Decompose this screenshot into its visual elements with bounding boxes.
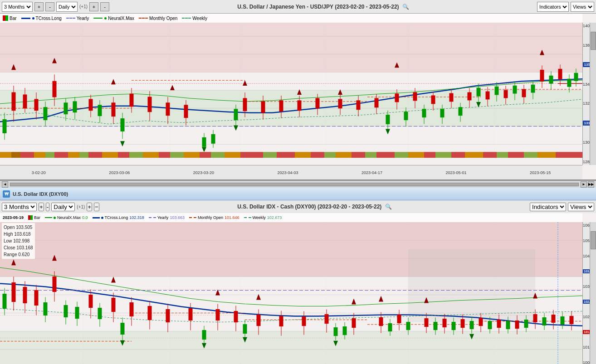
svg-rect-52 <box>375 98 378 107</box>
chart2-header-title: U.S. Dollar IDX (DXY00) <box>13 191 68 197</box>
svg-rect-40 <box>261 102 265 113</box>
chart1-period-minus[interactable]: - <box>45 2 54 11</box>
chart2-views-select[interactable]: Views <box>568 203 594 211</box>
scroll-right2-btn[interactable]: ▶▶ <box>588 181 594 188</box>
svg-rect-167 <box>508 152 524 158</box>
yearly-label: Yearly <box>77 16 89 21</box>
date-0220: 3-02-20 <box>32 170 46 175</box>
chart2-date-label: 2023-05-19 <box>3 215 24 220</box>
chart1-period-select[interactable]: 3 Months <box>2 2 33 12</box>
neuralx2-value: 0.0 <box>82 215 88 220</box>
range-label: Range <box>4 252 17 257</box>
chart1-indicators-select[interactable]: Indicators <box>537 2 569 12</box>
chart1-zoom-minus[interactable]: - <box>100 2 109 11</box>
svg-rect-164 <box>465 152 483 158</box>
svg-rect-142 <box>143 152 159 158</box>
svg-rect-145 <box>184 152 200 158</box>
svg-rect-92 <box>386 115 390 124</box>
svg-rect-148 <box>225 152 240 158</box>
svg-rect-206 <box>89 295 93 307</box>
svg-marker-299 <box>379 296 383 301</box>
chart1-svg <box>0 23 582 165</box>
tcross2-label: TCross.Long <box>105 215 128 220</box>
chart2-indicators-select[interactable]: Indicators <box>530 203 566 211</box>
chart1-zoom-plus[interactable]: + <box>89 2 98 11</box>
scroll-thumb-1[interactable] <box>10 183 579 186</box>
svg-rect-276 <box>406 322 410 330</box>
legend-neuralx: NeuralX.Max <box>93 16 134 21</box>
svg-rect-18 <box>12 92 15 111</box>
svg-rect-157 <box>365 152 376 158</box>
legend2-tcross: TCross.Long 102.318 <box>93 215 144 220</box>
svg-rect-226 <box>302 317 306 326</box>
legend-weekly: Weekly <box>182 16 207 21</box>
svg-rect-96 <box>422 109 426 117</box>
chart2-scroll-thumb[interactable] <box>591 231 596 249</box>
open-value: 103.505 <box>16 225 32 230</box>
svg-rect-248 <box>533 315 537 322</box>
svg-rect-134 <box>45 152 54 158</box>
svg-rect-256 <box>44 303 47 315</box>
chart2-interval-select[interactable]: Daily <box>51 203 75 211</box>
date-0515: 2023-05-15 <box>530 170 551 175</box>
neuralx-label: NeuralX.Max <box>108 16 134 21</box>
chart2-search-icon[interactable]: 🔍 <box>385 204 392 210</box>
scroll-left-btn[interactable]: ◄ <box>2 181 8 188</box>
svg-marker-295 <box>111 277 116 282</box>
svg-rect-30 <box>130 94 133 107</box>
svg-rect-32 <box>148 97 151 112</box>
svg-rect-72 <box>558 69 562 79</box>
chart1-search-icon[interactable]: 🔍 <box>402 4 409 10</box>
svg-rect-250 <box>552 315 555 323</box>
svg-rect-160 <box>408 152 424 158</box>
svg-rect-50 <box>357 101 360 110</box>
chart1-title: U.S. Dollar / Japanese Yen - USD/JPY (20… <box>111 4 535 10</box>
chart2-scrollbar[interactable] <box>590 222 596 364</box>
svg-rect-80 <box>73 102 77 112</box>
svg-rect-232 <box>379 318 383 326</box>
chart2-period-minus[interactable]: - <box>46 203 49 211</box>
svg-rect-90 <box>234 109 238 120</box>
chart2-period-select[interactable]: 3 Months <box>2 203 37 211</box>
svg-rect-104 <box>495 87 498 95</box>
svg-rect-140 <box>118 152 129 158</box>
svg-rect-288 <box>524 320 528 328</box>
weekly-label: Weekly <box>192 16 207 21</box>
svg-rect-270 <box>334 328 337 336</box>
svg-rect-60 <box>449 93 453 102</box>
chart2-multiplier: (+1) <box>77 204 85 209</box>
svg-rect-70 <box>540 70 544 81</box>
scrollbar-nav-1: ◄ ► ▶▶ <box>0 180 596 188</box>
chart1-toolbar-right: Indicators Views <box>537 2 594 12</box>
svg-rect-266 <box>202 330 206 340</box>
chart2-toolbar-right: Indicators Views <box>530 203 594 211</box>
svg-rect-218 <box>216 310 220 320</box>
legend2-bar: Bar <box>28 215 40 220</box>
scroll-right-btn[interactable]: ► <box>581 181 587 188</box>
svg-rect-169 <box>537 152 556 158</box>
chart1-interval-select[interactable]: Daily <box>56 2 78 12</box>
svg-rect-146 <box>200 152 211 158</box>
svg-rect-153 <box>311 152 324 158</box>
svg-rect-246 <box>515 321 519 329</box>
chart1-scrollbar[interactable] <box>590 23 596 165</box>
chart2-period-plus[interactable]: + <box>39 203 44 211</box>
chart1-scroll-thumb[interactable] <box>591 32 596 50</box>
svg-rect-56 <box>413 92 417 101</box>
svg-rect-292 <box>561 317 564 325</box>
chart2-zoom-plus[interactable]: + <box>87 203 92 211</box>
svg-rect-178 <box>408 249 535 322</box>
chart2-zoom-minus[interactable]: − <box>94 203 99 211</box>
svg-rect-214 <box>166 310 170 322</box>
svg-rect-244 <box>497 320 501 328</box>
svg-rect-274 <box>388 324 392 331</box>
svg-rect-242 <box>479 318 483 326</box>
chart1-period-plus[interactable]: + <box>34 2 44 11</box>
svg-rect-208 <box>112 298 115 311</box>
svg-rect-151 <box>277 152 295 158</box>
chart1-toolbar: 3 Months + - Daily (+1) + - U.S. Dollar … <box>0 0 596 14</box>
chart1-views-select[interactable]: Views <box>571 2 594 12</box>
svg-rect-94 <box>404 112 408 120</box>
bar2-icon <box>28 215 33 220</box>
date-0306: 2023-03-06 <box>109 170 130 175</box>
